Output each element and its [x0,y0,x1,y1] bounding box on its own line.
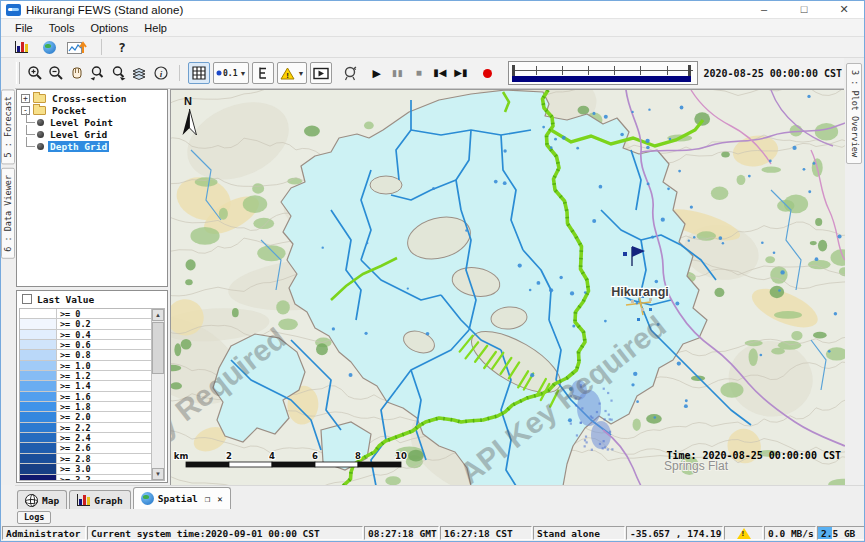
view-tab-map[interactable]: Map [17,490,67,509]
warning-dropdown[interactable]: ! ▼ [277,62,307,84]
tree-item-cross-section[interactable]: +Cross-section [17,92,167,104]
scroll-up-icon[interactable]: ▲ [152,309,164,321]
tree-item-depth-grid[interactable]: Depth Grid [17,140,167,152]
app-window: Hikurangi FEWS (Stand alone) – □ ✕ FileT… [0,0,865,542]
tree-expander-icon[interactable]: + [21,94,30,103]
label-layer-button[interactable] [252,62,274,84]
pan-button[interactable] [66,62,87,84]
legend-row: >= 1.4 [20,381,164,391]
status-text: 08:27:18 GMT [368,528,437,539]
tab-close-icon[interactable]: ✕ [217,494,222,504]
legend-row: >= 0.4 [20,330,164,340]
spatial-map[interactable]: API Key Required API Key Required Hikura… [170,89,844,485]
tree-item-label[interactable]: Level Grid [48,129,109,140]
scale-value: 0.1 [223,69,237,78]
scroll-down-icon[interactable]: ▼ [152,468,164,480]
bars-icon [77,494,90,506]
view-tab-label: Map [42,495,59,506]
play-button[interactable]: ▶ [366,62,387,84]
zoom-previous-icon [89,65,106,81]
map-canvas[interactable]: API Key Required API Key Required Hikura… [171,90,845,486]
pause-button[interactable]: ▮▮ [387,62,408,84]
menu-tools[interactable]: Tools [41,21,83,35]
zoom-out-button[interactable] [45,62,66,84]
logs-button[interactable]: Logs [17,511,51,524]
minimize-button[interactable]: – [744,1,784,18]
status-bar: AdministratorCurrent system time:2020-09… [1,525,864,541]
legend-color-swatch [20,309,57,318]
zoom-in-button[interactable] [24,62,45,84]
close-button[interactable]: ✕ [824,1,864,18]
step-back-icon: ▮◀ [433,68,446,78]
dock-tab-data-viewer[interactable]: 6 : Data Viewer [1,168,15,259]
legend-row: >= 1.6 [20,392,164,402]
tree-item-label[interactable]: Level Point [48,117,115,128]
legend-row: >= 2.0 [20,412,164,422]
view-tab-spatial[interactable]: Spatial❐✕ [133,487,231,509]
zoom-previous-button[interactable] [87,62,108,84]
step-back-button[interactable]: ▮◀ [429,62,450,84]
grid-toggle-button[interactable] [188,62,210,84]
movie-icon [313,67,329,80]
svg-text:km: km [174,451,189,461]
status-warning-cell[interactable] [724,526,763,540]
timeseries-button[interactable] [65,38,89,57]
dock-tab-forecast[interactable]: 5 : Forecast [1,89,15,164]
tree-item-pocket[interactable]: -Pocket [17,104,167,116]
view-tab-graph[interactable]: Graph [69,490,131,509]
tab-maximize-icon[interactable]: ❐ [205,494,210,504]
step-forward-button[interactable]: ▶▮ [450,62,471,84]
view-tab-label: Graph [94,495,123,506]
legend-color-swatch [20,350,57,359]
tree-item-label[interactable]: Cross-section [50,93,128,104]
menu-options[interactable]: Options [82,21,136,35]
help-button[interactable]: ? [110,38,134,57]
toolbar-grip[interactable] [16,62,20,84]
status-cell: 2.5 GB [817,526,865,540]
legend-row: >= 0.8 [20,350,164,360]
database-chart-button[interactable] [9,38,33,57]
legend-row: >= 1.0 [20,361,164,371]
info-button[interactable]: i [150,62,171,84]
legend-value-label: >= 2.2 [57,423,164,432]
legend-value-label: >= 2.0 [57,412,164,421]
zoom-next-button[interactable] [108,62,129,84]
legend-row: >= 0 [20,309,164,319]
tree-item-label[interactable]: Depth Grid [48,141,109,152]
menu-file[interactable]: File [7,21,41,35]
status-cell: 16:27:18 CST [440,526,532,540]
tree-item-level-point[interactable]: Level Point [17,116,167,128]
data-viewer-panel: +Cross-section-PocketLevel PointLevel Gr… [15,89,170,485]
animation-export-button[interactable] [310,62,332,84]
globe-icon [141,492,154,505]
dock-tab-plot-overview[interactable]: 3 : Plot Overview [846,63,862,164]
scroll-thumb[interactable] [152,322,164,374]
slider-end-handle[interactable] [688,65,691,76]
record-button[interactable] [477,62,498,84]
map-display-button[interactable] [37,38,61,57]
tree-guide-line [26,113,35,123]
maximize-button[interactable]: □ [784,1,824,18]
layers-button[interactable] [129,62,150,84]
map-label-town: Hikurangi [611,285,669,299]
legend-color-swatch [20,361,57,370]
legend-value-label: >= 1.4 [57,381,164,390]
legend-color-swatch [20,392,57,401]
animation-settings-button[interactable] [339,62,360,84]
legend-color-swatch [20,381,57,390]
stop-button[interactable]: ■ [408,62,429,84]
tree-item-level-grid[interactable]: Level Grid [17,128,167,140]
last-value-checkbox[interactable] [22,294,32,304]
menu-help[interactable]: Help [136,21,175,35]
legend-scrollbar[interactable]: ▲ ▼ [151,309,164,480]
time-slider[interactable] [508,61,697,85]
bar-chart-icon [15,41,28,53]
map-time-label: Time: 2020-08-25 00:00:00 CST [666,450,841,461]
scale-dropdown[interactable]: 0.1 ▼ [213,62,249,84]
timeline-period-bar [512,76,690,82]
legend-value-label: >= 3.2 [57,475,164,482]
legend-color-swatch [20,433,57,442]
tree-item-label[interactable]: Pocket [50,105,88,116]
slider-start-handle[interactable] [512,65,515,76]
svg-text:N: N [184,95,192,107]
